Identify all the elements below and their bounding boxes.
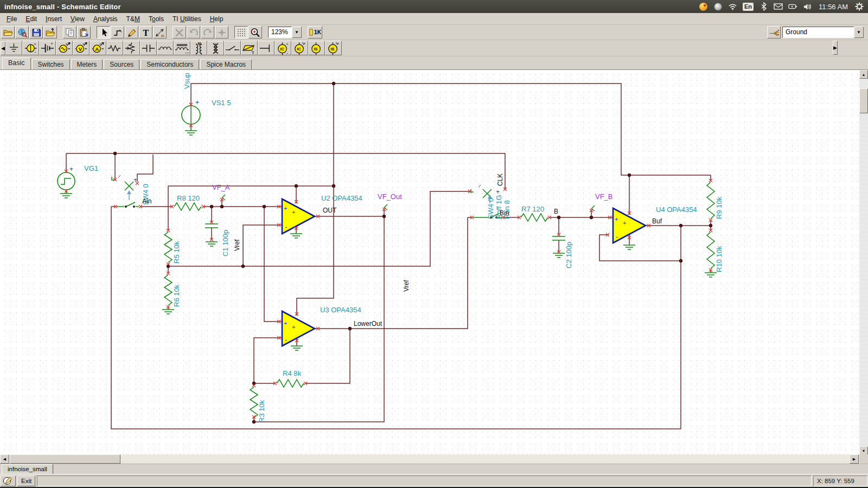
- vertical-scroll-thumb[interactable]: [859, 88, 868, 113]
- component-voltage-source-button[interactable]: +-: [22, 41, 39, 55]
- component-selector-dropdown-button[interactable]: ▼: [854, 27, 864, 38]
- bluetooth-icon[interactable]: [759, 2, 768, 11]
- schematic-label-u4-opa4354: U4 OPA4354: [656, 206, 697, 214]
- document-tab[interactable]: infnoise_small: [2, 464, 53, 474]
- pencil-tool-button[interactable]: [125, 26, 138, 38]
- palette-tab-sources[interactable]: Sources: [104, 59, 139, 69]
- palette-scroll-left[interactable]: ◀: [1, 41, 5, 55]
- component-voltage-generator-button[interactable]: +: [56, 41, 73, 55]
- component-capacitor-button[interactable]: [140, 41, 157, 55]
- component-transformer-button[interactable]: [207, 41, 224, 55]
- schematic-label-buf: Buf: [652, 217, 662, 225]
- component-switch-button[interactable]: [224, 41, 241, 55]
- component-potentiometer-button[interactable]: [123, 41, 140, 55]
- component-selector-combobox[interactable]: Ground▼: [782, 27, 864, 38]
- menu-insert[interactable]: Insert: [41, 14, 66, 24]
- menu-help[interactable]: Help: [206, 14, 228, 24]
- delete-button[interactable]: [173, 26, 186, 38]
- svg-text:+: +: [99, 42, 101, 47]
- horizontal-scrollbar[interactable]: ◀ ▶: [0, 454, 868, 464]
- vertical-scroll-track[interactable]: [859, 79, 868, 446]
- controlled-source-is-2-icon: IS+: [326, 41, 341, 55]
- iron-core-inductor-icon: [174, 41, 190, 55]
- palette-tab-spice-macros[interactable]: Spice Macros: [200, 59, 252, 69]
- menu-analysis[interactable]: Analysis: [89, 14, 122, 24]
- redo-button[interactable]: [201, 26, 214, 38]
- battery-icon[interactable]: [788, 2, 797, 11]
- schematic-label--: +: [195, 99, 199, 106]
- zoom-tool-button[interactable]: [248, 26, 262, 38]
- vertical-scrollbar[interactable]: ▲ ▼: [859, 70, 868, 455]
- horizontal-scroll-track[interactable]: [0, 454, 859, 464]
- scroll-down-button[interactable]: ▼: [859, 446, 868, 455]
- schematic-label--: -: [285, 223, 287, 231]
- wifi-icon[interactable]: [728, 2, 737, 11]
- mail-icon[interactable]: [774, 2, 783, 11]
- palette-tab-semiconductors[interactable]: Semiconductors: [141, 59, 199, 69]
- schematic-drawing[interactable]: VsupVS1 5VG1SW4 0AinR8 120VF_AC1 100pVre…: [0, 70, 859, 455]
- component-controlled-source-ic-1-button[interactable]: IC+-: [275, 41, 291, 55]
- component-iron-core-inductor-button[interactable]: [174, 41, 190, 55]
- menu-edit[interactable]: Edit: [21, 14, 41, 24]
- schematic-label-vsup: Vsup: [183, 73, 191, 89]
- schematic-label-vg1: VG1: [84, 164, 98, 172]
- globe-search-icon: [17, 28, 28, 37]
- volume-knob-icon[interactable]: [713, 2, 723, 11]
- exit-button[interactable]: Exit: [17, 476, 35, 486]
- palette-tab-meters[interactable]: Meters: [71, 59, 103, 69]
- component-controlled-source-ic-2-button[interactable]: IC+: [291, 41, 308, 55]
- undo-button[interactable]: [187, 26, 200, 38]
- open-file-button[interactable]: [1, 26, 15, 38]
- component-voltmeter-button[interactable]: V+: [73, 41, 90, 55]
- component-controlled-source-is-1-button[interactable]: IS: [308, 41, 325, 55]
- analysis-status-button[interactable]: [1, 476, 16, 486]
- save-button[interactable]: [29, 26, 43, 38]
- settings-gear-icon[interactable]: [854, 2, 864, 11]
- palette-tab-switches[interactable]: Switches: [32, 59, 70, 69]
- copy-button[interactable]: [63, 26, 76, 38]
- paste-button[interactable]: [77, 26, 91, 38]
- zoom-level-combobox[interactable]: 123%▼: [268, 27, 302, 38]
- app-orange-icon[interactable]: [699, 2, 708, 11]
- menu-t-m[interactable]: T&M: [122, 14, 144, 24]
- menu-ti-utilities[interactable]: TI Utilities: [168, 14, 206, 24]
- scroll-up-button[interactable]: ▲: [859, 70, 868, 79]
- component-battery-button[interactable]: +: [39, 41, 56, 55]
- component-ammeter-button[interactable]: A+: [90, 41, 106, 55]
- component-coupled-inductors-button[interactable]: M: [190, 41, 207, 55]
- dimension-tool-button[interactable]: [153, 26, 167, 38]
- component-controlled-switch-button[interactable]: T: [241, 41, 258, 55]
- schematic-label-r10-10k: R10 10k: [715, 246, 723, 272]
- jump-to-component-button[interactable]: [767, 26, 781, 38]
- redo-icon: [202, 28, 213, 37]
- speaker-icon[interactable]: [803, 2, 812, 11]
- component-inductor-button[interactable]: [157, 41, 174, 55]
- text-tool-button[interactable]: T: [139, 26, 152, 38]
- component-value-button[interactable]: 1K: [308, 26, 322, 38]
- component-controlled-source-is-2-button[interactable]: IS+: [325, 41, 342, 55]
- schematic-label-c2-100p: C2 100p: [565, 242, 573, 268]
- switch-icon: [225, 41, 240, 55]
- component-jumper-button[interactable]: [258, 41, 275, 55]
- open-project-button[interactable]: [43, 26, 57, 38]
- menu-tools[interactable]: Tools: [144, 14, 168, 24]
- component-ground-button[interactable]: [5, 41, 22, 55]
- menu-view[interactable]: View: [66, 14, 89, 24]
- horizontal-scroll-thumb[interactable]: [10, 454, 120, 464]
- palette-tab-basic[interactable]: Basic: [2, 57, 31, 69]
- palette-scroll-right[interactable]: ▶: [833, 41, 838, 55]
- symbol-button[interactable]: [215, 26, 228, 38]
- scroll-left-button[interactable]: ◀: [0, 454, 9, 464]
- menu-file[interactable]: File: [2, 14, 21, 24]
- resistor-icon: [107, 41, 123, 55]
- component-resistor-button[interactable]: [106, 41, 123, 55]
- wire-tool-button[interactable]: [111, 26, 124, 38]
- schematic-canvas[interactable]: VsupVS1 5VG1SW4 0AinR8 120VF_AC1 100pVre…: [0, 70, 859, 455]
- grid-toggle-button[interactable]: [234, 26, 248, 38]
- keyboard-layout-icon[interactable]: En: [743, 3, 754, 11]
- search-library-button[interactable]: [15, 26, 29, 38]
- zoom-dropdown-button[interactable]: ▼: [292, 27, 302, 38]
- scroll-right-button[interactable]: ▶: [850, 454, 859, 464]
- symbol-cross-icon: [216, 28, 227, 37]
- select-cursor-button[interactable]: [97, 26, 110, 38]
